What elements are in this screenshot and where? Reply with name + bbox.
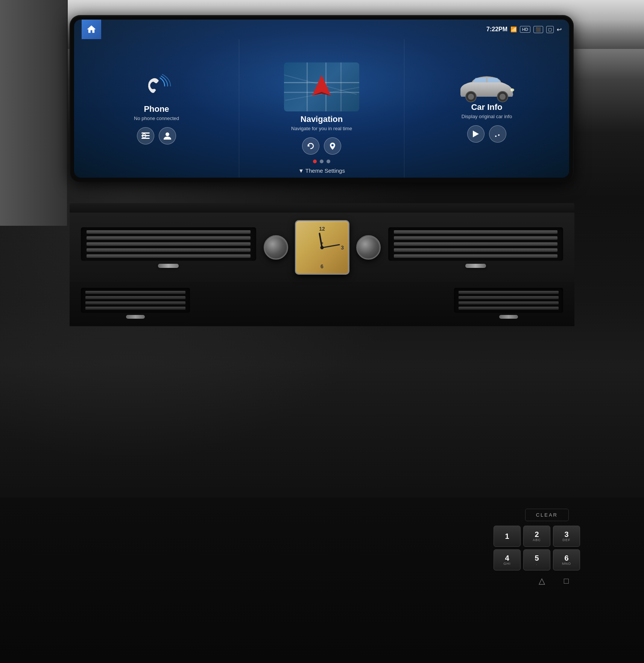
home-button[interactable] xyxy=(82,20,101,39)
bottom-nav-icons: △ □ xyxy=(0,570,644,586)
car-info-btn-music[interactable] xyxy=(489,125,506,143)
lower-right-vent xyxy=(454,288,563,319)
vent-slat xyxy=(87,230,251,234)
dot-2[interactable] xyxy=(320,160,324,163)
right-vent xyxy=(388,227,564,268)
key-2[interactable]: 2 ABC xyxy=(523,526,550,547)
navigation-panel: Navigation Navigate for you in real time xyxy=(239,39,404,178)
screen-icon: ⬛ xyxy=(533,26,543,33)
dot-3[interactable] xyxy=(327,160,330,163)
clear-row: CLEAR xyxy=(0,497,644,521)
minute-hand xyxy=(322,244,340,248)
nav-btn-refresh[interactable] xyxy=(302,137,319,155)
svg-marker-13 xyxy=(473,131,479,137)
lower-right-lever[interactable] xyxy=(499,315,518,319)
key-5[interactable]: 5 . xyxy=(523,549,550,570)
wifi-icon: 📶 xyxy=(510,26,517,32)
vent-slat xyxy=(394,254,558,258)
status-time: 7:22PM xyxy=(486,26,507,33)
lower-left-lever[interactable] xyxy=(126,315,145,319)
dot-1[interactable] xyxy=(313,160,317,163)
nav-arrow-icon xyxy=(312,75,331,97)
back-icon[interactable]: ↩ xyxy=(557,26,562,33)
clock-num-3: 3 xyxy=(341,245,344,251)
svg-rect-2 xyxy=(141,138,150,139)
window-icon: ▢ xyxy=(546,26,554,33)
phone-title: Phone xyxy=(144,104,169,114)
car-info-title: Car Info xyxy=(471,102,502,112)
vent-slat xyxy=(87,236,251,240)
vent-slat xyxy=(87,242,251,246)
left-knob[interactable] xyxy=(264,235,288,260)
hour-hand xyxy=(319,233,323,248)
key-3[interactable]: 3 DEF xyxy=(553,526,580,547)
keypad-area: 1 2 ABC 3 DEF 4 GHI 5 . 6 MNO xyxy=(0,521,644,570)
svg-point-11 xyxy=(500,94,506,100)
center-controls: 12 6 3 ✦ xyxy=(264,220,381,275)
key-1[interactable]: 1 xyxy=(494,526,521,547)
svg-rect-0 xyxy=(141,132,150,134)
phone-icon-container xyxy=(141,73,172,100)
nav-title: Navigation xyxy=(301,114,343,124)
lower-dash xyxy=(70,282,574,326)
vent-slat xyxy=(394,248,558,252)
vent-slat xyxy=(394,242,558,246)
vent-slat xyxy=(394,230,558,234)
keypad-grid: 1 2 ABC 3 DEF 4 GHI 5 . 6 MNO xyxy=(494,526,580,570)
nav-buttons xyxy=(302,137,341,155)
triangle-icon[interactable]: △ xyxy=(539,576,545,586)
car-info-panel: Car Info Display original car info xyxy=(404,39,569,178)
phone-buttons xyxy=(137,127,176,144)
nav-btn-pin[interactable] xyxy=(324,137,341,155)
nav-subtitle: Navigate for you in real time xyxy=(291,126,352,131)
clear-button[interactable]: CLEAR xyxy=(525,509,569,521)
screen-topbar: 7:22PM 📶 HD ⬛ ▢ ↩ xyxy=(74,20,569,39)
car-info-btn-play[interactable] xyxy=(467,125,485,143)
phone-btn-menu[interactable] xyxy=(137,127,154,144)
analog-clock: 12 6 3 ✦ xyxy=(295,220,349,275)
vent-lever[interactable] xyxy=(158,264,179,268)
right-vent-lever[interactable] xyxy=(465,264,486,268)
key-4[interactable]: 4 GHI xyxy=(494,549,521,570)
car-info-buttons xyxy=(467,125,506,143)
screen-housing: 7:22PM 📶 HD ⬛ ▢ ↩ xyxy=(70,23,574,182)
clock-num-12: 12 xyxy=(319,226,325,232)
svg-point-9 xyxy=(468,94,474,100)
square-icon[interactable]: □ xyxy=(564,576,569,586)
svg-point-12 xyxy=(510,88,514,91)
key-6[interactable]: 6 MNO xyxy=(553,549,580,570)
vent-slat xyxy=(87,254,251,258)
phone-icon xyxy=(141,73,172,99)
right-knob[interactable] xyxy=(356,235,381,260)
car-info-subtitle: Display original car info xyxy=(462,114,512,119)
svg-point-4 xyxy=(166,132,169,136)
theme-settings-button[interactable]: ▼ Theme Settings xyxy=(298,167,345,174)
clock-num-6: 6 xyxy=(320,263,324,269)
car-icon xyxy=(457,74,517,102)
vent-slat xyxy=(394,236,558,240)
nav-map xyxy=(284,62,359,111)
page-indicators xyxy=(313,160,330,163)
dashboard: 12 6 3 ✦ xyxy=(70,203,574,326)
left-vent xyxy=(81,227,256,268)
clock-center xyxy=(320,246,324,249)
vent-slat xyxy=(87,248,251,252)
svg-point-7 xyxy=(331,144,334,146)
phone-subtitle: No phone connected xyxy=(134,116,179,121)
vent-row: 12 6 3 ✦ xyxy=(70,213,574,282)
infotainment-screen: 7:22PM 📶 HD ⬛ ▢ ↩ xyxy=(74,20,569,178)
bottom-console: CLEAR 1 2 ABC 3 DEF 4 GHI 5 . xyxy=(0,497,644,663)
status-bar: 7:22PM 📶 HD ⬛ ▢ ↩ xyxy=(486,26,562,33)
phone-btn-contact[interactable] xyxy=(159,127,176,144)
lower-left-vent xyxy=(81,288,190,319)
hd-badge: HD xyxy=(520,26,530,33)
phone-panel: Phone No phone connected xyxy=(74,39,239,178)
